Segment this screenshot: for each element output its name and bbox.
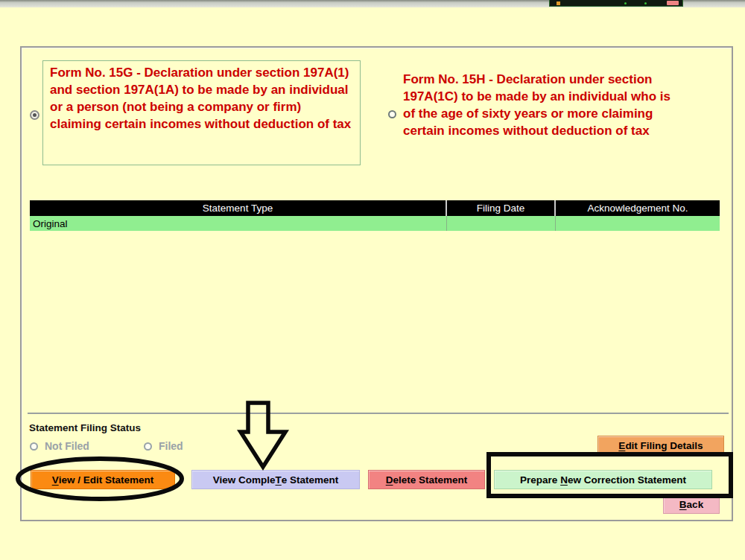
statement-selection-panel: Form No. 15G - Declaration under section… xyxy=(20,46,733,521)
table-row[interactable]: Original xyxy=(30,216,720,231)
form-15g-option-box: Form No. 15G - Declaration under section… xyxy=(42,60,361,165)
not-filed-radio-icon[interactable] xyxy=(30,442,38,451)
statements-table: Statement Type Filing Date Acknowledgeme… xyxy=(30,200,720,231)
column-header-acknowledgement-no: Acknowledgement No. xyxy=(556,200,720,216)
not-filed-label: Not Filed xyxy=(45,440,89,452)
edit-filing-details-button[interactable]: Edit Filing Details xyxy=(597,436,724,455)
cell-filing-date xyxy=(447,216,556,231)
form-15g-description: Form No. 15G - Declaration under section… xyxy=(50,64,353,133)
close-icon[interactable] xyxy=(667,1,679,5)
form-15h-radio-icon[interactable] xyxy=(388,110,396,118)
filed-label: Filed xyxy=(159,440,183,452)
column-header-filing-date: Filing Date xyxy=(447,200,556,216)
table-header-row: Statement Type Filing Date Acknowledgeme… xyxy=(30,200,720,216)
form-15g-radio-selected-icon[interactable] xyxy=(30,110,39,120)
form-15h-description: Form No. 15H - Declaration under section… xyxy=(403,71,683,139)
cell-statement-type: Original xyxy=(30,216,447,231)
filed-radio-icon[interactable] xyxy=(144,442,152,451)
status-dot-icon xyxy=(624,2,627,4)
app-icon xyxy=(557,1,560,5)
back-button[interactable]: Back xyxy=(663,495,720,514)
column-header-statement-type: Statement Type xyxy=(30,200,447,216)
prepare-new-correction-statement-button[interactable]: Prepare New Correction Statement xyxy=(494,470,712,489)
horizontal-divider xyxy=(28,413,729,414)
view-edit-statement-button[interactable]: View / Edit Statement xyxy=(31,470,175,489)
delete-statement-button[interactable]: Delete Statement xyxy=(368,470,485,489)
status-dot-icon xyxy=(644,2,647,4)
view-complete-statement-button[interactable]: View CompleTe Statement xyxy=(191,470,360,489)
cell-acknowledgement-no xyxy=(556,216,720,231)
statement-filing-status-label: Statement Filing Status xyxy=(29,422,141,433)
background-window-titlebar xyxy=(549,0,683,7)
